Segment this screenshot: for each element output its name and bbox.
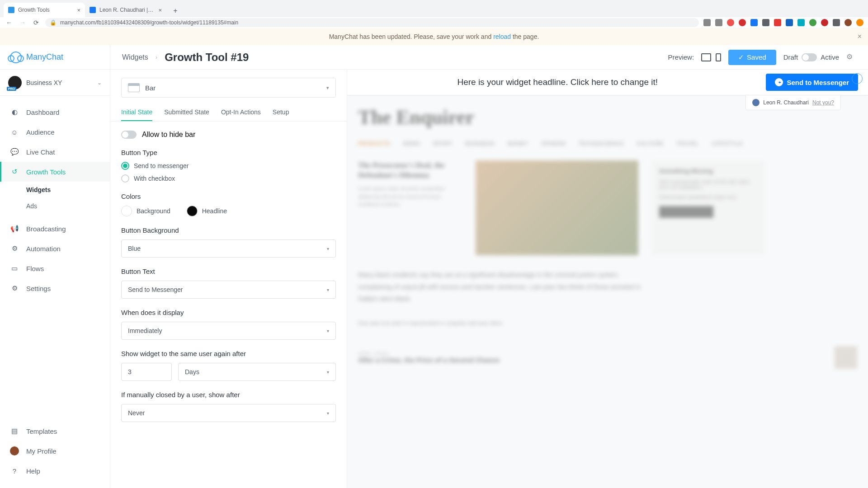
radio-icon [121,174,129,183]
sidebar-item-help[interactable]: ?Help [0,461,110,481]
button-text-select[interactable]: Send to Messenger▾ [121,281,336,299]
address-bar[interactable]: 🔒 manychat.com/fb181039443240830​9/growt… [45,18,699,27]
account-name: Business XY [26,79,93,86]
closed-select[interactable]: Never▾ [121,404,336,422]
show-again-number[interactable]: 3 [121,363,172,381]
draft-active-toggle[interactable] [802,53,817,61]
logo-icon [10,52,22,63]
browser-tab[interactable]: Leon R. Chaudhari | Facebook × [85,3,166,17]
sidebar-item-automation[interactable]: ⚙Automation [0,239,110,258]
avatar [10,446,19,455]
logo-icon [852,73,863,84]
ext-icon[interactable] [715,19,722,26]
radio-with-checkbox[interactable]: With checkbox [121,174,336,183]
close-icon[interactable]: × [77,7,80,14]
ext-icon[interactable] [703,19,711,26]
account-switcher[interactable]: PRO Business XY ⌄ [0,70,110,96]
tab-setup[interactable]: Setup [273,104,289,121]
breadcrumb[interactable]: Widgets [122,53,148,61]
chevron-down-icon: ▾ [327,328,329,333]
reload-link[interactable]: reload [493,33,511,40]
banner-text: ManyChat has been updated. Please, save … [329,33,493,40]
sidebar-item-dashboard[interactable]: ◐Dashboard [0,102,110,122]
ext-icon[interactable] [797,19,805,26]
desktop-preview-icon[interactable] [701,53,711,61]
ext-icon[interactable] [727,19,734,26]
flows-icon: ▭ [10,264,19,273]
sidebar-item-settings[interactable]: ⚙Settings [0,278,110,298]
tab-initial-state[interactable]: Initial State [121,104,152,121]
tab-title: Leon R. Chaudhari | Facebook [99,7,155,13]
sidebar-item-templates[interactable]: ▤Templates [0,421,110,441]
gear-icon[interactable]: ⚙ [846,52,856,62]
ext-icon[interactable] [786,19,793,26]
help-icon: ? [10,466,19,475]
button-bg-label: Button Background [121,226,336,234]
back-button[interactable]: ← [5,18,14,27]
close-icon[interactable]: × [158,7,162,14]
reload-button[interactable]: ⟳ [32,18,41,27]
templates-icon: ▤ [10,427,19,436]
gauge-icon: ◐ [10,108,19,117]
tab-submitted-state[interactable]: Submitted State [164,104,209,121]
url-text: manychat.com/fb181039443240830​9/growth-… [60,19,238,26]
close-icon[interactable]: × [858,33,862,41]
saved-button[interactable]: ✓Saved [728,50,776,65]
chevron-down-icon: ▾ [327,411,329,416]
chevron-down-icon: ▾ [326,85,329,91]
display-select[interactable]: Immediately▾ [121,322,336,340]
messenger-icon [775,78,783,86]
sidebar-item-livechat[interactable]: 💬Live Chat [0,142,110,162]
headline-color-picker[interactable]: Headline [187,206,227,216]
colors-label: Colors [121,192,336,200]
new-tab-button[interactable]: + [169,5,182,17]
ext-icon[interactable] [821,19,828,26]
ext-icon[interactable] [762,19,769,26]
show-again-unit-select[interactable]: Days▾ [178,363,336,381]
closed-label: If manually closed by a user, show after [121,391,336,399]
favicon [8,7,14,13]
mobile-preview-icon[interactable] [716,53,721,61]
page-title: Growth Tool #19 [165,51,249,64]
widget-type-select[interactable]: Bar ▾ [121,78,336,98]
background-color-picker[interactable]: Background [121,206,170,216]
allow-hide-toggle[interactable] [121,131,137,139]
forward-button[interactable]: → [18,18,27,27]
not-you-link[interactable]: Not you? [812,99,834,106]
active-label: Active [821,53,839,61]
sidebar-item-audience[interactable]: ☺Audience [0,122,110,142]
widget-headline[interactable]: Here is your widget headline. Click here… [357,77,758,87]
chat-icon: 💬 [10,147,19,156]
button-text-label: Button Text [121,267,336,275]
bar-icon [128,83,140,92]
tab-optin-actions[interactable]: Opt-In Actions [221,104,261,121]
show-again-label: Show widget to the same user again after [121,350,336,357]
radio-send-messenger[interactable]: Send to messenger [121,162,336,170]
sidebar-item-growth[interactable]: ↺Growth Tools [0,162,110,182]
button-bg-select[interactable]: Blue▾ [121,239,336,258]
brand[interactable]: ManyChat [0,45,110,70]
avatar[interactable] [844,19,852,26]
swatch-icon [187,206,198,216]
sidebar-item-flows[interactable]: ▭Flows [0,258,110,278]
sidebar-sub-ads[interactable]: Ads [0,198,110,214]
widget-bar-preview: Here is your widget headline. Click here… [347,70,868,95]
allow-hide-label: Allow to hide bar [142,131,195,139]
send-to-messenger-button[interactable]: Send to Messenger [766,74,858,91]
ext-icon[interactable] [750,19,758,26]
growth-icon: ↺ [10,167,19,176]
sidebar-item-profile[interactable]: My Profile [0,441,110,461]
draft-label: Draft [783,53,798,61]
browser-tab[interactable]: Growth Tools × [4,3,85,17]
button-type-label: Button Type [121,149,336,156]
ext-icon[interactable] [739,19,746,26]
preview-pane: Here is your widget headline. Click here… [347,70,868,488]
sidebar-sub-widgets[interactable]: Widgets [0,182,110,198]
users-icon: ☺ [10,127,19,136]
ext-icon[interactable] [809,19,816,26]
sidebar-item-broadcasting[interactable]: 📢Broadcasting [0,219,110,239]
ext-icon[interactable] [856,19,863,26]
ext-icon[interactable] [833,19,840,26]
tab-title: Growth Tools [18,7,73,13]
ext-icon[interactable] [774,19,781,26]
